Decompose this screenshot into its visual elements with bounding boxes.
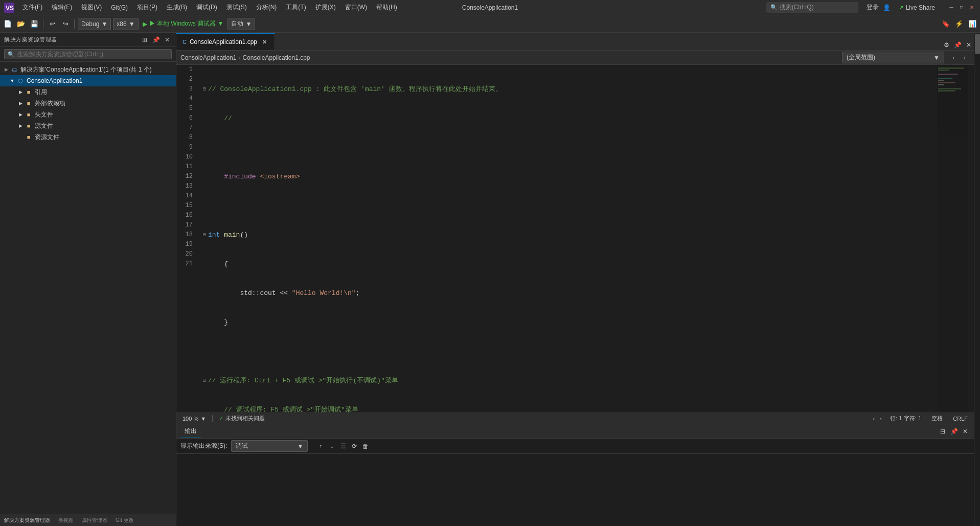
spaces-status[interactable]: 空格 <box>929 415 945 422</box>
output-tab[interactable]: 输出 <box>180 424 201 438</box>
minimap-line <box>938 72 967 73</box>
sidebar-close-button[interactable]: ✕ <box>163 35 172 44</box>
editor-close-button[interactable]: ✕ <box>964 40 974 50</box>
nav-forward-button[interactable]: › <box>960 53 970 63</box>
sidebar-pin-button[interactable]: 📌 <box>151 35 161 44</box>
toolbar-extra-1[interactable]: ⚡ <box>953 18 965 30</box>
fold-icon-6[interactable]: ⊟ <box>201 230 208 240</box>
live-share-button[interactable]: ↗ Live Share <box>895 3 939 12</box>
code-editor[interactable]: 1 2 3 4 5 6 7 8 9 10 11 12 13 14 15 16 1… <box>176 65 974 413</box>
scope-dropdown[interactable]: (全局范围) ▼ <box>842 52 944 63</box>
auto-dropdown[interactable]: 自动 ▼ <box>227 18 255 30</box>
line-num-11: 11 <box>176 162 193 172</box>
references-label: 引用 <box>35 88 47 97</box>
breadcrumb-file[interactable]: ConsoleApplication1.cpp <box>242 54 310 61</box>
output-extra-button[interactable]: ⟳ <box>350 442 359 451</box>
minimize-button[interactable]: ─ <box>947 4 955 12</box>
login-link[interactable]: 登录 <box>867 3 879 12</box>
menu-build[interactable]: 生成(B) <box>163 2 191 13</box>
solution-icon: 🗂 <box>10 65 18 74</box>
platform-arrow: ▼ <box>129 20 135 28</box>
output-source-dropdown[interactable]: 调试 ▼ <box>231 440 308 452</box>
editor-settings-button[interactable]: ⚙ <box>941 40 951 50</box>
sidebar-tab-classview[interactable]: 类视图 <box>54 517 78 524</box>
header-files-item[interactable]: ▶ ■ 头文件 <box>0 109 176 120</box>
output-down-button[interactable]: ↓ <box>327 442 336 451</box>
code-content[interactable]: ⊟// ConsoleApplication1.cpp : 此文件包含 'mai… <box>197 65 937 413</box>
scroll-thumb[interactable] <box>975 34 980 54</box>
close-button[interactable]: ✕ <box>968 4 976 12</box>
toolbar-extra-2[interactable]: 📊 <box>967 18 978 30</box>
encoding-status[interactable]: CRLF <box>951 416 970 422</box>
auto-arrow: ▼ <box>245 20 252 28</box>
output-up-button[interactable]: ↑ <box>316 442 325 451</box>
row-col-status[interactable]: 行: 1 字符: 1 <box>888 415 923 422</box>
output-filter-button[interactable]: ☰ <box>338 442 348 451</box>
menu-git[interactable]: Git(G) <box>107 3 132 12</box>
debug-config-dropdown[interactable]: Debug ▼ <box>78 18 111 30</box>
minimap-line <box>938 88 961 89</box>
active-tab[interactable]: C ConsoleApplication1.cpp ✕ <box>176 33 275 50</box>
output-content[interactable] <box>176 454 974 526</box>
code-line-7: { <box>201 259 933 269</box>
scroll-left-btn[interactable]: ‹ <box>871 416 877 422</box>
minimap-line <box>938 67 964 69</box>
output-source-value: 调试 <box>236 442 248 450</box>
menu-test[interactable]: 测试(S) <box>222 2 251 13</box>
sidebar-filter-button[interactable]: ⊞ <box>140 35 149 44</box>
project-item[interactable]: ▼ ⬡ ConsoleApplication1 <box>0 75 176 86</box>
tab-close-button[interactable]: ✕ <box>260 38 268 46</box>
editor-pin-button[interactable]: 📌 <box>952 40 963 50</box>
fold-icon-11[interactable]: ⊟ <box>201 376 208 385</box>
menu-analyze[interactable]: 分析(N) <box>252 2 281 13</box>
external-deps-item[interactable]: ▶ ■ 外部依赖项 <box>0 98 176 109</box>
new-file-button[interactable]: 📄 <box>2 18 13 30</box>
menu-edit[interactable]: 编辑(E) <box>48 2 76 13</box>
menu-project[interactable]: 项目(P) <box>133 2 162 13</box>
start-debug-button[interactable]: ▶ ▶ 本地 Windows 调试器 ▼ <box>141 18 226 29</box>
editor-scrollbar[interactable] <box>968 65 974 413</box>
line-num-16: 16 <box>176 211 193 220</box>
search-input[interactable] <box>17 51 168 58</box>
source-files-item[interactable]: ▶ ■ 源文件 <box>0 120 176 131</box>
nav-back-button[interactable]: ‹ <box>948 53 959 63</box>
title-search-box[interactable]: 🔍 搜索(Ctrl+Q) <box>766 2 858 13</box>
zoom-control[interactable]: 100 % ▼ <box>180 413 208 424</box>
play-icon: ▶ <box>143 20 147 28</box>
panel-header: 输出 ⊟ 📌 ✕ <box>176 424 974 439</box>
code-line-11: ⊟// 运行程序: Ctrl + F5 或调试 >"开始执行(不调试)"菜单 <box>201 376 933 385</box>
panel-close-button[interactable]: ✕ <box>961 427 970 436</box>
save-file-button[interactable]: 💾 <box>29 18 40 30</box>
active-tab-label: ConsoleApplication1.cpp <box>190 38 257 45</box>
sidebar-tab-solution[interactable]: 解决方案资源管理器 <box>0 517 54 524</box>
resource-files-item[interactable]: ▶ ■ 资源文件 <box>0 131 176 143</box>
menu-window[interactable]: 窗口(W) <box>341 2 371 13</box>
fold-icon-1[interactable]: ⊟ <box>201 84 208 94</box>
redo-button[interactable]: ↪ <box>60 18 71 30</box>
menu-view[interactable]: 视图(V) <box>77 2 106 13</box>
bookmark-button[interactable]: 🔖 <box>940 18 951 30</box>
breadcrumb-separator-1: › <box>238 54 240 61</box>
line-num-1: 1 <box>176 65 193 75</box>
scroll-right-btn[interactable]: › <box>878 416 884 422</box>
menu-tools[interactable]: 工具(T) <box>282 2 310 13</box>
menu-debug[interactable]: 调试(D) <box>192 2 221 13</box>
undo-button[interactable]: ↩ <box>47 18 58 30</box>
solution-item[interactable]: ▶ 🗂 解决方案'ConsoleApplication1'(1 个项目/共 1 … <box>0 64 176 75</box>
menu-extensions[interactable]: 扩展(X) <box>311 2 340 13</box>
output-clear-button[interactable]: 🗑 <box>361 442 370 451</box>
menu-help[interactable]: 帮助(H) <box>372 2 401 13</box>
platform-dropdown[interactable]: x86 ▼ <box>113 18 138 30</box>
open-file-button[interactable]: 📂 <box>15 18 27 30</box>
panel-pin-button[interactable]: 📌 <box>949 427 959 436</box>
sidebar-tab-git[interactable]: Git 更改 <box>111 517 138 524</box>
issues-status[interactable]: ✓ 未找到相关问题 <box>217 413 267 424</box>
sidebar-tab-properties[interactable]: 属性管理器 <box>78 517 111 524</box>
resource-files-label: 资源文件 <box>35 133 59 142</box>
search-input-container[interactable]: 🔍 <box>4 49 172 59</box>
menu-file[interactable]: 文件(F) <box>18 2 47 13</box>
panel-minimize-button[interactable]: ⊟ <box>938 427 947 436</box>
breadcrumb-project[interactable]: ConsoleApplication1 <box>180 54 236 61</box>
references-item[interactable]: ▶ ■ 引用 <box>0 86 176 98</box>
restore-button[interactable]: □ <box>958 4 966 12</box>
